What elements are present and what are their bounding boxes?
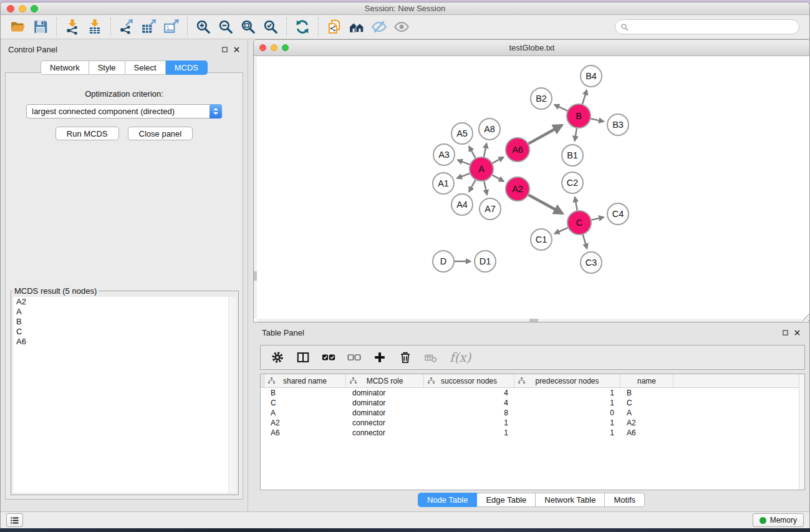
table-cell[interactable]: 1 — [514, 399, 620, 407]
table-cell[interactable]: 0 — [514, 409, 620, 417]
table-cell[interactable]: dominator — [346, 389, 424, 397]
graph-node-C4[interactable]: C4 — [607, 203, 629, 225]
table-cell[interactable]: 1 — [424, 428, 514, 437]
export-image-button[interactable] — [160, 17, 183, 37]
column-header-predecessor-nodes[interactable]: predecessor nodes — [514, 374, 620, 387]
mcds-result-item[interactable]: A2 — [13, 297, 236, 307]
table-scrollbar[interactable] — [799, 374, 804, 490]
table-cell[interactable]: 4 — [424, 399, 514, 407]
zoom-fit-button[interactable] — [237, 17, 259, 37]
duplicate-network-button[interactable] — [323, 17, 345, 37]
table-row[interactable]: Cdominator41C — [261, 398, 804, 408]
split-column-button[interactable] — [296, 351, 310, 364]
graph-edge-B-B3[interactable] — [591, 118, 604, 122]
graph-node-B3[interactable]: B3 — [607, 114, 629, 135]
task-history-button[interactable] — [6, 513, 23, 527]
graph-node-A3[interactable]: A3 — [433, 144, 455, 165]
graph-node-D1[interactable]: D1 — [475, 251, 496, 272]
graph-node-A4[interactable]: A4 — [451, 194, 473, 215]
graph-edge-A-A7[interactable] — [484, 181, 487, 195]
zoom-window-button[interactable] — [31, 5, 38, 12]
save-session-button[interactable] — [29, 17, 52, 37]
export-table-button[interactable] — [138, 17, 160, 37]
graph-edge-A-A6[interactable] — [493, 157, 504, 163]
table-cell[interactable]: 1 — [514, 389, 620, 397]
graph-edge-C-C3[interactable] — [583, 235, 587, 248]
graph-node-B4[interactable]: B4 — [581, 65, 602, 87]
table-cell[interactable]: 8 — [424, 409, 514, 417]
zoom-selected-button[interactable] — [259, 17, 282, 37]
mcds-result-item[interactable]: A — [13, 307, 236, 317]
resize-grip-icon[interactable] — [801, 313, 809, 321]
export-network-button[interactable] — [115, 17, 138, 37]
function-builder-button[interactable]: f(x) — [450, 350, 471, 365]
add-column-button[interactable] — [373, 351, 387, 364]
graph-edge-A-A3[interactable] — [458, 160, 470, 164]
table-settings-button[interactable] — [271, 351, 284, 364]
table-row[interactable]: Adominator80A — [261, 408, 804, 418]
import-table-button[interactable] — [84, 17, 106, 37]
open-session-button[interactable] — [7, 17, 29, 37]
refresh-layout-button[interactable] — [291, 17, 314, 37]
float-panel-icon[interactable] — [221, 46, 228, 53]
graph-edge-A-A2[interactable] — [493, 175, 504, 181]
horizontal-scrollbar[interactable] — [257, 319, 801, 322]
table-cell[interactable]: 1 — [424, 418, 514, 427]
tab-style[interactable]: Style — [89, 60, 125, 75]
table-cell[interactable]: connector — [346, 428, 424, 437]
graph-edge-B-B2[interactable] — [554, 105, 567, 111]
table-cell[interactable]: B — [620, 389, 673, 397]
show-all-button[interactable] — [390, 17, 413, 37]
table-cell[interactable]: A — [620, 409, 673, 417]
table-cell[interactable]: 1 — [514, 418, 620, 427]
table-cell[interactable]: dominator — [346, 409, 424, 417]
mcds-result-item[interactable]: C — [13, 327, 236, 337]
column-header-successor-nodes[interactable]: successor nodes — [424, 374, 514, 387]
graph-edge-B-B1[interactable] — [575, 128, 577, 141]
table-row[interactable]: A2connector11A2 — [261, 418, 804, 428]
table-cell[interactable]: A6 — [264, 428, 346, 437]
tab-network-table[interactable]: Network Table — [536, 493, 605, 507]
zoom-out-button[interactable] — [215, 17, 237, 37]
close-panel-icon[interactable] — [794, 329, 801, 336]
table-cell[interactable]: B — [264, 389, 346, 397]
close-window-button[interactable] — [7, 5, 14, 12]
tab-mcds[interactable]: MCDS — [166, 60, 208, 75]
table-cell[interactable]: 1 — [514, 428, 620, 437]
graph-edge-A-A5[interactable] — [469, 147, 475, 158]
tab-edge-table[interactable]: Edge Table — [477, 493, 536, 507]
graph-edge-C-C2[interactable] — [575, 197, 577, 210]
column-header-mcds-role[interactable]: MCDS role — [346, 374, 424, 387]
graph-edge-B-B4[interactable] — [582, 90, 587, 104]
graph-node-A7[interactable]: A7 — [480, 198, 501, 220]
list-scrollbar[interactable] — [228, 297, 236, 493]
run-mcds-button[interactable]: Run MCDS — [55, 127, 119, 140]
graph-node-C2[interactable]: C2 — [562, 172, 583, 193]
import-network-button[interactable] — [61, 17, 84, 37]
tab-select[interactable]: Select — [125, 60, 166, 75]
table-cell[interactable]: C — [264, 399, 346, 407]
column-header-shared-name[interactable]: shared name — [264, 374, 346, 387]
table-row[interactable]: Bdominator41B — [261, 388, 804, 398]
optimization-criterion-select[interactable]: largest connected component (directed) — [26, 104, 222, 118]
graph-node-B[interactable]: B — [567, 104, 591, 128]
graph-node-C[interactable]: C — [567, 211, 591, 235]
table-cell[interactable]: dominator — [346, 399, 424, 407]
tab-node-table[interactable]: Node Table — [418, 493, 478, 507]
network-close-button[interactable] — [259, 44, 266, 51]
column-header-name[interactable]: name — [620, 374, 673, 387]
hide-selected-button[interactable] — [368, 17, 390, 37]
delete-columns-button[interactable] — [398, 351, 412, 364]
graph-node-A2[interactable]: A2 — [506, 177, 529, 201]
close-panel-button[interactable]: Close panel — [128, 127, 193, 140]
graph-node-A8[interactable]: A8 — [479, 118, 500, 140]
table-cell[interactable]: A — [264, 409, 346, 417]
graph-node-C1[interactable]: C1 — [531, 229, 552, 250]
zoom-in-button[interactable] — [192, 17, 215, 37]
graph-node-C3[interactable]: C3 — [581, 252, 602, 273]
mcds-result-item[interactable]: B — [13, 317, 236, 327]
graph-node-A1[interactable]: A1 — [433, 173, 454, 194]
graph-node-A5[interactable]: A5 — [451, 123, 473, 144]
table-cell[interactable]: A2 — [620, 418, 673, 427]
close-panel-icon[interactable] — [233, 46, 240, 53]
